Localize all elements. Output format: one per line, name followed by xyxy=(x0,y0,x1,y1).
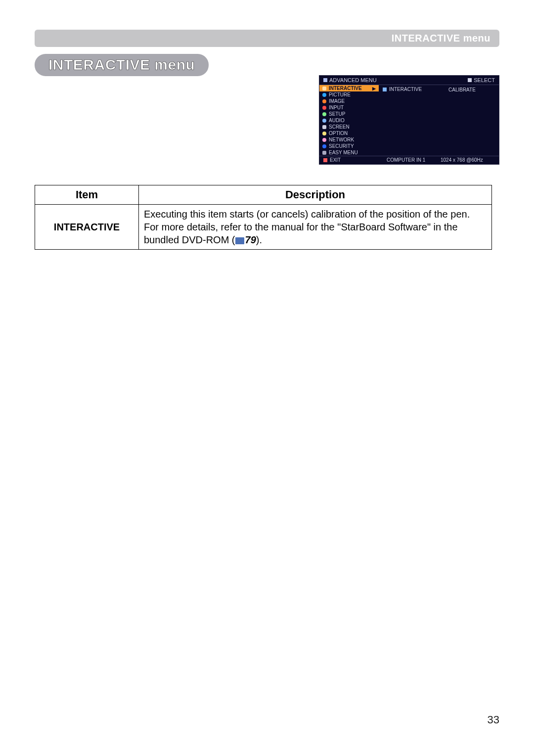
osd-item-option[interactable]: OPTION xyxy=(319,130,379,136)
desc-ref-number: 79 xyxy=(245,234,256,245)
osd-item-screen[interactable]: SCREEN xyxy=(319,124,379,130)
osd-item-label: INTERACTIVE xyxy=(329,86,362,91)
exit-icon xyxy=(323,158,327,162)
header-bar: INTERACTIVE menu xyxy=(35,30,499,47)
setup-icon xyxy=(322,112,326,116)
osd-middle-column: INTERACTIVE xyxy=(379,85,445,156)
desc-line2-suffix: ). xyxy=(256,234,262,245)
table-header-description: Description xyxy=(139,185,492,205)
osd-item-label: EASY MENU xyxy=(329,150,358,155)
osd-item-image[interactable]: IMAGE xyxy=(319,98,379,104)
osd-item-security[interactable]: SECURITY xyxy=(319,143,379,149)
header-title: INTERACTIVE menu xyxy=(392,33,490,44)
table-header-row: Item Description xyxy=(35,185,492,205)
osd-header: ADVANCED MENU SELECT xyxy=(319,76,499,85)
audio-icon xyxy=(322,119,326,123)
osd-right-column: CALIBRATE xyxy=(445,85,499,156)
interactive-sub-icon xyxy=(383,88,387,91)
osd-item-label: SECURITY xyxy=(329,143,354,149)
osd-select-label: SELECT xyxy=(474,77,495,83)
osd-mid-label: INTERACTIVE xyxy=(389,87,422,92)
osd-item-label: AUDIO xyxy=(329,118,345,123)
osd-advanced-menu-label: ADVANCED MENU xyxy=(329,77,377,83)
row-description: Executing this item starts (or cancels) … xyxy=(139,205,492,250)
osd-exit-label[interactable]: EXIT xyxy=(330,157,341,163)
picture-icon xyxy=(322,93,326,97)
page-number: 33 xyxy=(488,713,499,726)
desc-line2-prefix: For more details, refer to the manual fo… xyxy=(144,222,458,245)
input-icon xyxy=(322,106,326,110)
osd-item-easy-menu[interactable]: EASY MENU xyxy=(319,149,379,156)
shield-icon xyxy=(322,144,326,148)
osd-item-setup[interactable]: SETUP xyxy=(319,111,379,117)
osd-item-label: NETWORK xyxy=(329,137,354,142)
osd-item-label: PICTURE xyxy=(329,92,351,97)
osd-item-picture[interactable]: PICTURE xyxy=(319,91,379,98)
table-header-item: Item xyxy=(35,185,139,205)
osd-source-label: COMPUTER IN 1 xyxy=(383,157,441,163)
interactive-icon xyxy=(322,87,326,90)
image-icon xyxy=(322,99,326,103)
osd-item-label: OPTION xyxy=(329,131,348,136)
menu-icon xyxy=(323,78,327,82)
osd-body: INTERACTIVE ▶ PICTURE IMAGE INPUT SETUP … xyxy=(319,85,499,156)
description-table: Item Description INTERACTIVE Executing t… xyxy=(35,185,492,250)
chevron-right-icon: ▶ xyxy=(372,86,376,91)
section-title: INTERACTIVE menu xyxy=(48,56,195,73)
osd-menu-screenshot: ADVANCED MENU SELECT INTERACTIVE ▶ PICTU… xyxy=(319,75,499,165)
osd-right-calibrate[interactable]: CALIBRATE xyxy=(448,86,495,92)
osd-footer: EXIT COMPUTER IN 1 1024 x 768 @60Hz xyxy=(319,156,499,164)
select-icon xyxy=(468,78,472,82)
osd-item-audio[interactable]: AUDIO xyxy=(319,117,379,124)
desc-line1: Executing this item starts (or cancels) … xyxy=(144,209,470,220)
osd-resolution-label: 1024 x 768 @60Hz xyxy=(441,157,495,163)
osd-item-label: INPUT xyxy=(329,105,344,110)
screen-icon xyxy=(322,125,326,129)
section-title-pill: INTERACTIVE menu xyxy=(35,54,209,76)
osd-item-label: IMAGE xyxy=(329,98,345,104)
easy-menu-icon xyxy=(322,151,326,155)
network-icon xyxy=(322,138,326,142)
osd-mid-interactive[interactable]: INTERACTIVE xyxy=(383,86,441,92)
row-item-name: INTERACTIVE xyxy=(35,205,139,250)
osd-left-column: INTERACTIVE ▶ PICTURE IMAGE INPUT SETUP … xyxy=(319,85,379,156)
option-icon xyxy=(322,132,326,135)
table-row: INTERACTIVE Executing this item starts (… xyxy=(35,205,492,250)
osd-item-network[interactable]: NETWORK xyxy=(319,136,379,143)
osd-item-label: SETUP xyxy=(329,111,345,117)
osd-item-interactive[interactable]: INTERACTIVE ▶ xyxy=(319,85,379,91)
osd-item-input[interactable]: INPUT xyxy=(319,104,379,111)
manual-reference-icon xyxy=(235,237,244,244)
osd-item-label: SCREEN xyxy=(329,124,350,130)
